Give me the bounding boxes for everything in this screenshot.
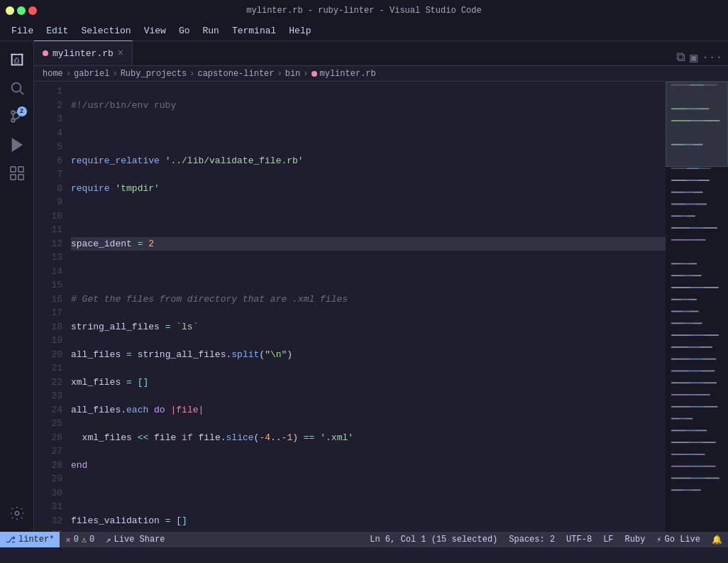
tab-mylinter[interactable]: mylinter.rb × [34, 40, 133, 65]
bell-icon: 🔔 [712, 535, 722, 545]
line-ending-label: LF [603, 535, 613, 545]
maximize-button[interactable] [17, 6, 26, 15]
line-numbers: 12345 678910 1112131415 1617181920 21222… [34, 82, 68, 532]
window-controls[interactable] [6, 6, 37, 15]
line-5 [71, 209, 666, 224]
encoding-label: UTF-8 [566, 535, 592, 545]
error-count: 0 [74, 535, 79, 545]
code-content[interactable]: #!/usr/bin/env ruby require_relative '..… [68, 82, 666, 532]
svg-rect-13 [18, 167, 23, 172]
breadcrumb-file[interactable]: mylinter.rb [311, 69, 376, 79]
search-icon[interactable] [4, 75, 30, 101]
svg-line-7 [20, 91, 23, 94]
tab-modified-dot [43, 50, 48, 56]
svg-rect-4 [17, 54, 23, 55]
error-icon: ✕ [65, 535, 70, 545]
live-share-icon: ↗ [106, 535, 111, 545]
breadcrumb-capstone-linter[interactable]: capstone-linter [197, 69, 274, 79]
minimap: (function() { const canvas = document.qu… [666, 82, 728, 532]
code-editor[interactable]: 12345 678910 1112131415 1617181920 21222… [34, 82, 728, 532]
status-bar: ⎇ linter* ✕ 0 ⚠ 0 ↗ Live Share Ln 6, Col… [0, 532, 728, 547]
svg-point-16 [15, 511, 19, 515]
menu-run[interactable]: Run [197, 24, 224, 38]
svg-point-8 [11, 111, 15, 114]
menu-view[interactable]: View [138, 24, 172, 38]
line-1: #!/usr/bin/env ruby [71, 99, 666, 113]
git-branch-label: linter* [18, 535, 54, 545]
more-actions-icon[interactable]: ··· [702, 51, 722, 64]
line-15 [71, 486, 666, 501]
title-bar: mylinter.rb - ruby-linter - Visual Studi… [0, 0, 728, 21]
encoding[interactable]: UTF-8 [561, 532, 597, 547]
file-dot [311, 71, 317, 77]
live-share[interactable]: ↗ Live Share [100, 532, 170, 547]
svg-text:⎙: ⎙ [13, 57, 18, 65]
breadcrumb-gabriel[interactable]: gabriel [74, 69, 109, 79]
editor-area: mylinter.rb × ⧉ ▣ ··· home › gabriel › R… [34, 41, 728, 532]
svg-marker-11 [12, 139, 21, 151]
minimize-button[interactable] [6, 6, 14, 15]
golive-icon: ⚡ [656, 535, 661, 545]
source-control-icon[interactable]: 2 [4, 104, 30, 129]
main-layout: ⎙ 2 mylinter.rb × ⧉ ▣ [0, 41, 728, 532]
line-4: require 'tmpdir' [71, 182, 666, 196]
split-editor-icon[interactable]: ⧉ [676, 50, 685, 65]
line-8: # Get the files from directory that are … [71, 293, 666, 307]
go-live[interactable]: ⚡ Go Live [651, 532, 706, 547]
line-14: end [71, 459, 666, 473]
extensions-icon[interactable] [4, 160, 30, 186]
line-7 [71, 265, 666, 279]
line-11: xml_files = [] [71, 376, 666, 390]
git-icon: ⎇ [6, 535, 16, 545]
breadcrumb-bin[interactable]: bin [285, 69, 301, 79]
menu-file[interactable]: File [6, 24, 39, 38]
line-ending[interactable]: LF [597, 532, 619, 547]
line-16: files_validation = [] [71, 514, 666, 528]
line-9: string_all_files = `ls` [71, 320, 666, 334]
activity-bar: ⎙ 2 [0, 41, 34, 532]
status-left: ⎇ linter* ✕ 0 ⚠ 0 ↗ Live Share [0, 532, 171, 547]
breadcrumb-ruby-projects[interactable]: Ruby_projects [121, 69, 187, 79]
language-mode[interactable]: Ruby [619, 532, 651, 547]
errors-warnings[interactable]: ✕ 0 ⚠ 0 [60, 532, 100, 547]
line-13: xml_files << file if file.slice(-4..-1) … [71, 431, 666, 445]
breadcrumb-home[interactable]: home [43, 69, 63, 79]
menu-bar: File Edit Selection View Go Run Terminal… [0, 21, 728, 41]
svg-rect-3 [21, 54, 23, 66]
tab-bar-actions: ⧉ ▣ ··· [676, 50, 728, 65]
breadcrumb-filename: mylinter.rb [320, 69, 376, 79]
breadcrumb: home › gabriel › Ruby_projects › capston… [34, 66, 728, 82]
line-6: space_ident = 2 [71, 237, 666, 251]
run-debug-icon[interactable] [4, 132, 30, 158]
git-branch[interactable]: ⎇ linter* [0, 532, 60, 547]
notifications[interactable]: 🔔 [706, 532, 728, 547]
line-3: require_relative '../lib/validate_file.r… [71, 154, 666, 168]
menu-terminal[interactable]: Terminal [226, 24, 282, 38]
menu-help[interactable]: Help [283, 24, 316, 38]
line-10: all_files = string_all_files.split("\n") [71, 348, 666, 362]
svg-rect-15 [18, 175, 23, 180]
indentation[interactable]: Spaces: 2 [503, 532, 561, 547]
toggle-sidebar-icon[interactable]: ▣ [690, 50, 697, 65]
menu-selection[interactable]: Selection [75, 24, 136, 38]
status-right: Ln 6, Col 1 (15 selected) Spaces: 2 UTF-… [364, 532, 728, 547]
window-title: mylinter.rb - ruby-linter - Visual Studi… [246, 6, 481, 16]
tab-close-button[interactable]: × [118, 48, 123, 59]
settings-icon[interactable] [4, 501, 30, 526]
tab-bar: mylinter.rb × ⧉ ▣ ··· [34, 41, 728, 66]
menu-go[interactable]: Go [173, 24, 196, 38]
minimap-canvas [666, 82, 728, 532]
warning-count: 0 [89, 535, 94, 545]
svg-rect-12 [10, 167, 15, 172]
explorer-icon[interactable]: ⎙ [4, 47, 30, 72]
menu-edit[interactable]: Edit [40, 24, 74, 38]
warning-icon: ⚠ [82, 535, 87, 545]
line-2 [71, 126, 666, 141]
golive-label: Go Live [665, 535, 700, 545]
tab-label: mylinter.rb [53, 48, 114, 59]
svg-point-6 [11, 83, 21, 92]
svg-rect-1 [11, 54, 12, 66]
line-12: all_files.each do |file| [71, 403, 666, 417]
close-button[interactable] [28, 6, 37, 15]
cursor-position[interactable]: Ln 6, Col 1 (15 selected) [364, 532, 503, 547]
